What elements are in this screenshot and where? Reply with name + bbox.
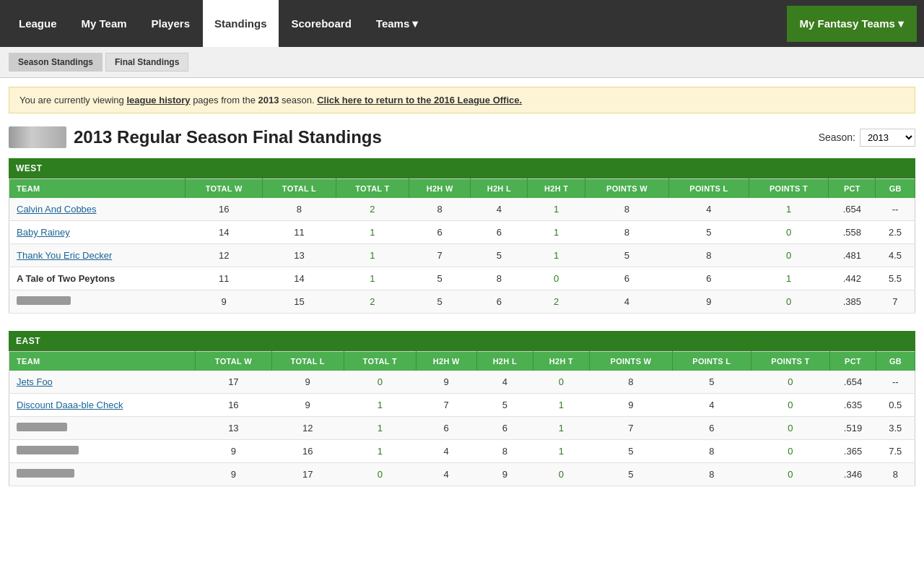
stat-cell-hw: 7 xyxy=(416,394,476,417)
team-name-cell: Thank You Eric Decker xyxy=(9,244,186,267)
stat-cell-hl: 6 xyxy=(471,290,528,314)
alert-middle: pages from the xyxy=(191,95,258,105)
page-title: 2013 Regular Season Final Standings xyxy=(74,127,382,147)
east-table: TEAM TOTAL W TOTAL L TOTAL T H2H W H2H L… xyxy=(9,351,915,486)
stat-cell-pw: 5 xyxy=(590,440,673,463)
title-left: 2013 Regular Season Final Standings xyxy=(9,126,382,148)
stat-cell-tl: 16 xyxy=(271,440,344,463)
col-points-l: POINTS L xyxy=(669,179,749,199)
stat-cell-hw: 7 xyxy=(409,244,471,267)
stat-cell-pct: .519 xyxy=(829,417,876,440)
stat-cell-hl: 5 xyxy=(476,394,533,417)
col-points-l: POINTS L xyxy=(672,352,751,371)
stat-cell-tt: 1 xyxy=(336,244,409,267)
stat-cell-tw: 12 xyxy=(186,244,263,267)
stat-cell-hw: 4 xyxy=(416,440,476,463)
stat-cell-pt: 0 xyxy=(749,221,829,244)
col-total-l: TOTAL L xyxy=(271,352,344,371)
west-section: WEST TEAM TOTAL W TOTAL L TOTAL T H2H W … xyxy=(9,158,915,314)
return-league-office-link[interactable]: Click here to return to the 2016 League … xyxy=(317,95,522,105)
redacted-team-name xyxy=(17,446,79,454)
team-link[interactable]: Calvin And Cobbes xyxy=(17,204,97,215)
stat-cell-pct: .635 xyxy=(829,394,876,417)
stat-cell-ht: 1 xyxy=(528,244,585,267)
team-link[interactable]: Baby Rainey xyxy=(17,227,70,238)
team-name-cell xyxy=(9,440,196,463)
season-label: Season: xyxy=(819,131,855,143)
stat-cell-gb: 2.5 xyxy=(876,221,915,244)
stat-cell-pt: 0 xyxy=(749,290,829,314)
table-row: 13121661760.5193.5 xyxy=(9,417,915,440)
nav-players[interactable]: Players xyxy=(140,0,201,47)
nav-right: My Fantasy Teams ▾ xyxy=(787,6,917,42)
redacted-team-name xyxy=(17,296,71,305)
stat-cell-hw: 6 xyxy=(416,417,476,440)
league-logo xyxy=(9,126,66,148)
stat-cell-ht: 0 xyxy=(528,267,585,290)
stat-cell-gb: 0.5 xyxy=(876,394,915,417)
stat-cell-tt: 2 xyxy=(336,290,409,314)
stat-cell-tw: 17 xyxy=(196,371,272,394)
alert-year: 2013 xyxy=(258,95,279,105)
table-row: Calvin And Cobbes1682841841.654-- xyxy=(9,198,915,221)
stat-cell-hw: 5 xyxy=(409,290,471,314)
stat-cell-hl: 4 xyxy=(476,371,533,394)
stat-cell-gb: 8 xyxy=(876,463,915,486)
stat-cell-tl: 9 xyxy=(271,394,344,417)
stat-cell-tl: 9 xyxy=(271,371,344,394)
col-points-w: POINTS W xyxy=(585,179,668,199)
stat-cell-pt: 1 xyxy=(749,198,829,221)
west-table: TEAM TOTAL W TOTAL L TOTAL T H2H W H2H L… xyxy=(9,178,915,314)
stat-cell-pct: .558 xyxy=(829,221,876,244)
nav-teams[interactable]: Teams ▾ xyxy=(365,0,430,47)
stat-cell-gb: 4.5 xyxy=(876,244,915,267)
col-h2h-w: H2H W xyxy=(416,352,476,371)
subnav-final-standings[interactable]: Final Standings xyxy=(105,53,188,72)
team-name-cell: Discount Daaa-ble Check xyxy=(9,394,196,417)
stat-cell-ht: 2 xyxy=(528,290,585,314)
stat-cell-tt: 2 xyxy=(336,198,409,221)
nav-teams-label: Teams xyxy=(376,17,409,30)
stat-cell-pw: 6 xyxy=(585,267,668,290)
stat-cell-pw: 9 xyxy=(590,394,673,417)
fantasy-teams-button[interactable]: My Fantasy Teams ▾ xyxy=(787,6,917,42)
alert-banner: You are currently viewing league history… xyxy=(9,87,915,113)
stat-cell-tw: 14 xyxy=(186,221,263,244)
stat-cell-hw: 6 xyxy=(409,221,471,244)
page-content: 2013 Regular Season Final Standings Seas… xyxy=(0,126,924,518)
nav-league[interactable]: League xyxy=(7,0,69,47)
stat-cell-pw: 7 xyxy=(590,417,673,440)
team-name-cell xyxy=(9,417,196,440)
table-row: Jets Foo1790940850.654-- xyxy=(9,371,915,394)
col-h2h-t: H2H T xyxy=(528,179,585,199)
table-row: A Tale of Two Peytons11141580661.4425.5 xyxy=(9,267,915,290)
stat-cell-tw: 16 xyxy=(196,394,272,417)
team-link[interactable]: Jets Foo xyxy=(17,376,53,387)
stat-cell-pt: 1 xyxy=(749,267,829,290)
col-total-l: TOTAL L xyxy=(263,179,336,199)
stat-cell-pt: 0 xyxy=(749,244,829,267)
team-name-cell xyxy=(9,463,196,486)
stat-cell-ht: 1 xyxy=(528,221,585,244)
east-table-header-row: TEAM TOTAL W TOTAL L TOTAL T H2H W H2H L… xyxy=(9,352,915,371)
table-row: 9161481580.3657.5 xyxy=(9,440,915,463)
col-h2h-l: H2H L xyxy=(471,179,528,199)
team-link[interactable]: Thank You Eric Decker xyxy=(17,250,112,261)
nav-standings[interactable]: Standings xyxy=(203,0,279,47)
subnav-season-standings[interactable]: Season Standings xyxy=(9,53,103,72)
stat-cell-tw: 9 xyxy=(186,290,263,314)
stat-cell-gb: -- xyxy=(876,198,915,221)
stat-cell-hl: 8 xyxy=(471,267,528,290)
stat-cell-tl: 17 xyxy=(271,463,344,486)
season-select[interactable]: 2013 xyxy=(860,129,915,147)
col-h2h-l: H2H L xyxy=(476,352,533,371)
league-history-link[interactable]: league history xyxy=(126,95,190,105)
stat-cell-tw: 16 xyxy=(186,198,263,221)
nav-scoreboard[interactable]: Scoreboard xyxy=(280,0,363,47)
stat-cell-pl: 8 xyxy=(669,244,749,267)
stat-cell-tl: 14 xyxy=(263,267,336,290)
team-link[interactable]: A Tale of Two Peytons xyxy=(17,273,115,284)
nav-myteam[interactable]: My Team xyxy=(70,0,139,47)
team-link[interactable]: Discount Daaa-ble Check xyxy=(17,400,123,410)
team-name-cell: Baby Rainey xyxy=(9,221,186,244)
